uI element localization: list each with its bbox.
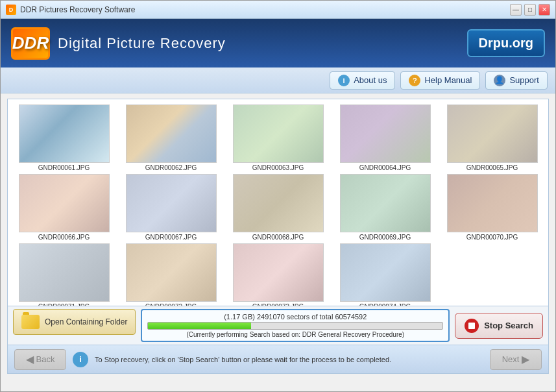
stop-search-button[interactable]: Stop Search xyxy=(455,313,543,339)
list-item[interactable]: GNDR00067.JPG xyxy=(120,174,222,241)
open-folder-button[interactable]: Open Containing Folder xyxy=(13,309,136,335)
support-button[interactable]: 👤 Support xyxy=(485,71,548,90)
list-item[interactable]: GNDR00068.JPG xyxy=(227,174,329,241)
next-label: Next xyxy=(502,354,520,364)
photo-filename: GNDR00073.JPG xyxy=(252,303,304,306)
logo-area: DDR Digital Picture Recovery xyxy=(11,27,226,60)
next-button[interactable]: Next ▶ xyxy=(490,349,542,370)
photo-filename: GNDR00061.JPG xyxy=(38,164,90,171)
photo-thumbnail xyxy=(233,243,324,302)
progress-fill xyxy=(148,323,251,329)
drpu-badge: Drpu.org xyxy=(467,29,545,57)
list-item[interactable]: GNDR00062.JPG xyxy=(120,104,222,171)
title-bar-left: D DDR Pictures Recovery Software xyxy=(6,5,135,15)
photo-thumbnail xyxy=(447,174,538,232)
ddr-logo: DDR xyxy=(11,27,50,60)
photo-thumbnail xyxy=(19,243,110,302)
stop-search-label: Stop Search xyxy=(484,321,533,330)
photo-filename: GNDR00074.JPG xyxy=(359,303,411,306)
list-item[interactable]: GNDR00072.JPG xyxy=(120,243,222,306)
photo-filename: GNDR00071.JPG xyxy=(38,303,90,306)
progress-text: (1.17 GB) 2491070 sectors of total 60574… xyxy=(147,313,443,321)
photo-filename: GNDR00062.JPG xyxy=(145,164,197,171)
progress-panel: (1.17 GB) 2491070 sectors of total 60574… xyxy=(141,309,450,342)
window-controls: — □ ✕ xyxy=(510,4,550,16)
support-label: Support xyxy=(509,75,539,85)
bottom-panel: Open Containing Folder (1.17 GB) 2491070… xyxy=(7,306,549,345)
list-item[interactable]: GNDR00064.JPG xyxy=(334,104,436,171)
list-item[interactable]: GNDR00063.JPG xyxy=(227,104,329,171)
photo-filename: GNDR00068.JPG xyxy=(252,234,304,241)
photo-filename: GNDR00065.JPG xyxy=(466,164,518,171)
back-arrow-icon: ◀ xyxy=(26,353,34,365)
list-item[interactable]: GNDR00070.JPG xyxy=(441,174,543,241)
nav-bar: i About us ? Help Manual 👤 Support xyxy=(1,67,555,93)
about-us-button[interactable]: i About us xyxy=(330,71,395,90)
help-manual-button[interactable]: ? Help Manual xyxy=(400,71,480,90)
about-us-label: About us xyxy=(354,75,387,85)
open-folder-label: Open Containing Folder xyxy=(45,317,127,326)
photo-thumbnail xyxy=(447,104,538,163)
app-icon: D xyxy=(6,5,16,15)
photo-filename: GNDR00069.JPG xyxy=(359,234,411,241)
footer-info-text: To Stop recovery, click on 'Stop Search'… xyxy=(95,356,483,363)
folder-icon xyxy=(21,315,40,329)
list-item[interactable]: GNDR00069.JPG xyxy=(334,174,436,241)
photo-thumbnail xyxy=(126,174,217,232)
photo-thumbnail xyxy=(340,243,431,302)
photo-thumbnail xyxy=(233,174,324,232)
photo-thumbnail xyxy=(340,174,431,232)
minimize-button[interactable]: — xyxy=(510,4,522,16)
title-bar-text: DDR Pictures Recovery Software xyxy=(20,5,135,14)
footer-info-icon: i xyxy=(73,352,88,367)
list-item[interactable]: GNDR00065.JPG xyxy=(441,104,543,171)
help-manual-label: Help Manual xyxy=(424,75,472,85)
photo-grid: GNDR00061.JPGGNDR00062.JPGGNDR00063.JPGG… xyxy=(8,99,548,306)
progress-bar xyxy=(147,322,443,330)
support-icon: 👤 xyxy=(494,75,505,86)
photo-thumbnail xyxy=(340,104,431,163)
photo-filename: GNDR00067.JPG xyxy=(145,234,197,241)
title-bar: D DDR Pictures Recovery Software — □ ✕ xyxy=(1,1,555,19)
next-arrow-icon: ▶ xyxy=(522,353,529,365)
photo-thumbnail xyxy=(19,174,110,232)
photo-filename: GNDR00070.JPG xyxy=(466,234,518,241)
list-item[interactable]: GNDR00074.JPG xyxy=(334,243,436,306)
back-label: Back xyxy=(36,354,55,364)
info-icon: i xyxy=(338,75,350,86)
help-icon: ? xyxy=(409,75,420,86)
app-title: Digital Picture Recovery xyxy=(58,35,226,52)
list-item[interactable]: GNDR00071.JPG xyxy=(13,243,115,306)
footer: ◀ Back i To Stop recovery, click on 'Sto… xyxy=(7,345,549,374)
photo-filename: GNDR00066.JPG xyxy=(38,234,90,241)
photo-filename: GNDR00064.JPG xyxy=(359,164,411,171)
maximize-button[interactable]: □ xyxy=(524,4,536,16)
list-item[interactable]: GNDR00073.JPG xyxy=(227,243,329,306)
photo-thumbnail xyxy=(19,104,110,163)
photo-thumbnail xyxy=(126,104,217,163)
photo-thumbnail xyxy=(233,104,324,163)
app-header: DDR Digital Picture Recovery Drpu.org xyxy=(1,19,555,67)
stop-icon-inner xyxy=(468,323,475,329)
stop-icon xyxy=(465,319,479,333)
photo-thumbnail xyxy=(126,243,217,302)
list-item[interactable]: GNDR00061.JPG xyxy=(13,104,115,171)
back-button[interactable]: ◀ Back xyxy=(14,349,66,370)
photo-filename: GNDR00072.JPG xyxy=(145,303,197,306)
progress-status: (Currently performing Search based on: D… xyxy=(147,331,443,338)
list-item[interactable]: GNDR00066.JPG xyxy=(13,174,115,241)
close-button[interactable]: ✕ xyxy=(538,4,550,16)
photo-filename: GNDR00063.JPG xyxy=(252,164,304,171)
photo-grid-container: GNDR00061.JPGGNDR00062.JPGGNDR00063.JPGG… xyxy=(7,99,549,306)
